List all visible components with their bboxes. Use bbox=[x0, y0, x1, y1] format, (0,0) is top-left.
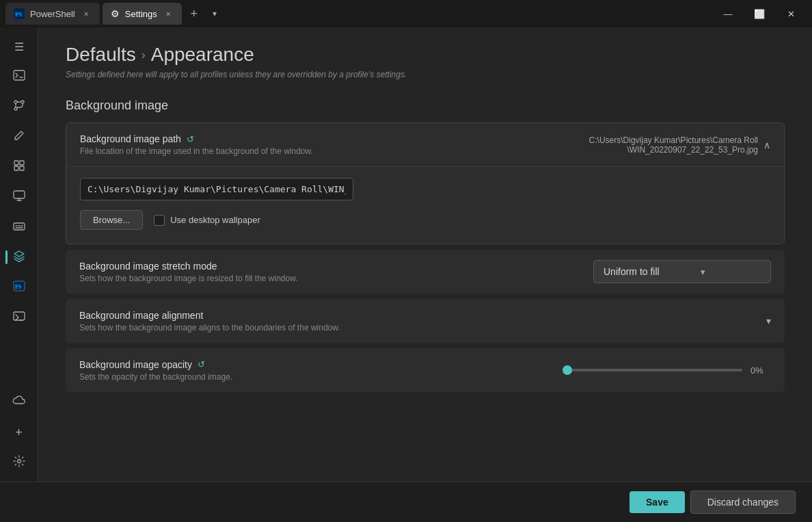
bg-opacity-label: Background image opacity ↺ Sets the opac… bbox=[79, 359, 565, 382]
opacity-slider-thumb[interactable] bbox=[563, 365, 572, 375]
sidebar-item-terminal[interactable] bbox=[5, 63, 33, 90]
page-subtitle: Settings defined here will apply to all … bbox=[66, 70, 785, 79]
sidebar-item-add[interactable]: + bbox=[5, 419, 33, 446]
section-title: Background image bbox=[66, 99, 785, 113]
bg-stretch-card: Background image stretch mode Sets how t… bbox=[66, 250, 785, 293]
bg-stretch-dropdown[interactable]: Uniform to fill ▾ bbox=[593, 260, 771, 283]
window-controls: — ⬜ ✕ bbox=[712, 3, 807, 25]
pencil-icon bbox=[12, 129, 26, 145]
bg-alignment-collapse[interactable]: ▾ bbox=[766, 315, 771, 326]
bg-opacity-value: 0% bbox=[565, 365, 771, 376]
bg-opacity-card: Background image opacity ↺ Sets the opac… bbox=[66, 348, 785, 392]
sidebar-item-hamburger[interactable]: ☰ bbox=[5, 33, 33, 60]
git-icon bbox=[12, 99, 26, 115]
sidebar-item-gear[interactable] bbox=[5, 449, 33, 476]
svg-rect-6 bbox=[14, 161, 18, 165]
sidebar-item-git[interactable] bbox=[5, 93, 33, 120]
sidebar-item-extensions[interactable] bbox=[5, 153, 33, 181]
bg-stretch-desc: Sets how the background image is resized… bbox=[79, 274, 593, 283]
svg-rect-2 bbox=[14, 70, 25, 80]
svg-rect-11 bbox=[14, 223, 25, 230]
svg-point-3 bbox=[14, 101, 17, 103]
sidebar-item-layers[interactable] bbox=[5, 244, 33, 271]
minimize-button[interactable]: — bbox=[712, 3, 744, 25]
sidebar-item-cloud[interactable] bbox=[5, 389, 33, 416]
bg-alignment-row: Background image alignment Sets how the … bbox=[66, 299, 785, 343]
bg-alignment-desc: Sets how the background image aligns to … bbox=[79, 323, 766, 332]
hamburger-icon: ☰ bbox=[14, 40, 24, 53]
tab-settings[interactable]: ⚙ Settings ✕ bbox=[103, 3, 182, 25]
sidebar-item-pencil[interactable] bbox=[5, 123, 33, 151]
svg-rect-14 bbox=[14, 312, 25, 320]
ps-icon: PS bbox=[14, 8, 25, 19]
sidebar-item-monitor[interactable] bbox=[5, 183, 33, 211]
svg-point-15 bbox=[17, 460, 21, 463]
dropdown-chevron-icon: ▾ bbox=[701, 267, 705, 277]
breadcrumb-appearance: Appearance bbox=[151, 44, 254, 66]
bg-opacity-title: Background image opacity ↺ bbox=[79, 359, 565, 370]
sidebar: ☰ bbox=[0, 27, 38, 482]
main-layout: ☰ bbox=[0, 27, 812, 482]
wallpaper-label[interactable]: Use desktop wallpaper bbox=[154, 215, 260, 226]
breadcrumb-defaults[interactable]: Defaults bbox=[66, 44, 136, 66]
bg-alignment-label: Background image alignment Sets how the … bbox=[79, 310, 766, 332]
add-icon: + bbox=[15, 426, 23, 440]
footer: Save Discard changes bbox=[0, 482, 812, 522]
svg-point-4 bbox=[21, 101, 24, 103]
save-button[interactable]: Save bbox=[630, 491, 685, 513]
svg-rect-8 bbox=[14, 166, 18, 170]
tab-settings-label: Settings bbox=[125, 9, 157, 19]
bg-image-path-collapse[interactable]: ∧ bbox=[763, 140, 770, 151]
opacity-slider-container: 0% bbox=[565, 365, 771, 376]
bg-opacity-desc: Sets the opacity of the background image… bbox=[79, 372, 565, 382]
bg-stretch-value: Uniform to fill ▾ bbox=[593, 260, 771, 283]
bg-image-path-label: Background image path ↺ File location of… bbox=[80, 133, 567, 156]
gear-icon bbox=[12, 454, 26, 471]
tab-settings-close[interactable]: ✕ bbox=[163, 8, 174, 19]
bg-opacity-row: Background image opacity ↺ Sets the opac… bbox=[66, 348, 785, 392]
tab-powershell-label: PowerShell bbox=[30, 9, 75, 19]
file-actions: Browse... Use desktop wallpaper bbox=[80, 210, 770, 230]
layers-icon bbox=[12, 249, 26, 265]
bg-stretch-title: Background image stretch mode bbox=[79, 261, 593, 272]
bg-image-path-value: C:\Users\Digvijay Kumar\Pictures\Camera … bbox=[567, 135, 770, 155]
opacity-slider-value: 0% bbox=[750, 365, 771, 376]
extensions-icon bbox=[12, 159, 26, 175]
maximize-button[interactable]: ⬜ bbox=[744, 3, 775, 25]
ps-settings-icon: PS bbox=[12, 279, 26, 296]
new-tab-button[interactable]: + bbox=[185, 4, 204, 23]
svg-rect-9 bbox=[20, 166, 24, 170]
bg-alignment-card: Background image alignment Sets how the … bbox=[66, 299, 785, 343]
wallpaper-checkbox[interactable] bbox=[154, 215, 165, 226]
sidebar-item-terminal2[interactable] bbox=[5, 304, 33, 331]
browse-button[interactable]: Browse... bbox=[80, 210, 143, 230]
monitor-icon bbox=[12, 189, 26, 205]
close-button[interactable]: ✕ bbox=[775, 3, 807, 25]
bg-image-path-title: Background image path ↺ bbox=[80, 133, 567, 144]
bg-alignment-value: ▾ bbox=[766, 315, 771, 326]
keyboard-icon bbox=[12, 219, 26, 235]
svg-rect-10 bbox=[14, 191, 25, 198]
bg-image-path-row: Background image path ↺ File location of… bbox=[66, 123, 784, 167]
content-area: Defaults › Appearance Settings defined h… bbox=[38, 27, 812, 482]
tab-powershell-close[interactable]: ✕ bbox=[81, 8, 92, 19]
tab-powershell[interactable]: PS PowerShell ✕ bbox=[5, 3, 100, 25]
bg-opacity-reset[interactable]: ↺ bbox=[198, 359, 205, 369]
svg-rect-7 bbox=[20, 161, 24, 165]
breadcrumb-separator: › bbox=[141, 48, 146, 62]
bg-image-path-expand-body: Browse... Use desktop wallpaper bbox=[66, 167, 784, 244]
file-path-input[interactable] bbox=[80, 178, 353, 200]
bg-image-path-card: Background image path ↺ File location of… bbox=[66, 122, 785, 244]
titlebar: PS PowerShell ✕ ⚙ Settings ✕ + ▾ — ⬜ ✕ bbox=[0, 0, 812, 27]
bg-image-path-reset[interactable]: ↺ bbox=[187, 134, 194, 144]
svg-point-5 bbox=[14, 107, 17, 110]
tabs-chevron[interactable]: ▾ bbox=[206, 4, 223, 23]
bg-alignment-title: Background image alignment bbox=[79, 310, 766, 321]
discard-button[interactable]: Discard changes bbox=[690, 491, 796, 514]
sidebar-item-keyboard[interactable] bbox=[5, 213, 33, 241]
sidebar-item-ps-settings[interactable]: PS bbox=[5, 274, 33, 301]
breadcrumb: Defaults › Appearance bbox=[66, 44, 785, 66]
bg-image-path-desc: File location of the image used in the b… bbox=[80, 146, 567, 156]
bg-stretch-selected: Uniform to fill bbox=[604, 266, 660, 277]
gear-icon: ⚙ bbox=[111, 8, 120, 19]
